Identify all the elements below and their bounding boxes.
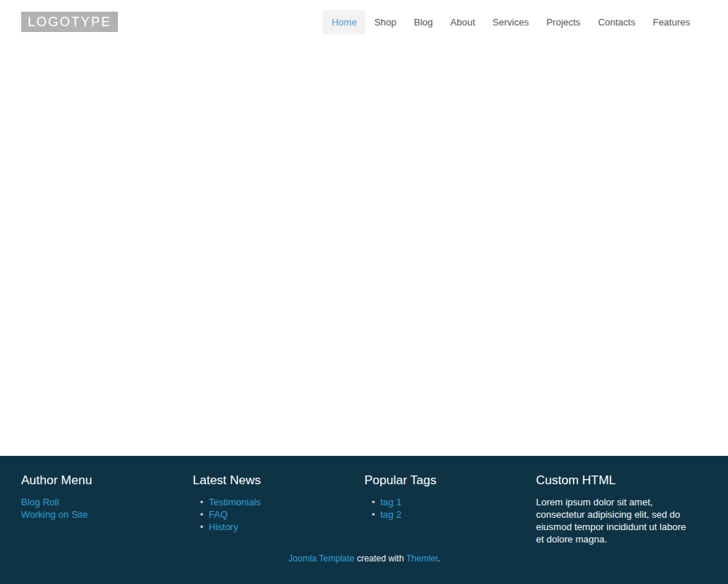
site-header: LOGOTYPE Home Shop Blog About Services P… (0, 0, 728, 44)
footer-heading-latest-news: Latest News (193, 474, 346, 488)
credit-text: created with (355, 553, 406, 564)
footer-credit: Joomla Template created with Themler. (21, 554, 708, 584)
nav-item-blog[interactable]: Blog (405, 10, 442, 34)
nav-item-shop[interactable]: Shop (365, 10, 405, 34)
nav-item-services[interactable]: Services (484, 10, 538, 34)
footer-link-tag-2[interactable]: tag 2 (381, 509, 402, 520)
popular-tags-list: tag 1 tag 2 (365, 496, 518, 521)
footer-col-custom-html: Custom HTML Lorem ipsum dolor sit amet, … (536, 474, 708, 545)
footer-link-history[interactable]: History (209, 521, 238, 532)
site-footer: Author Menu Blog Roll Working on Site La… (0, 456, 728, 584)
footer-link-working-on-site[interactable]: Working on Site (21, 509, 88, 520)
custom-html-text: Lorem ipsum dolor sit amet, consectetur … (536, 496, 689, 545)
list-item: tag 2 (365, 508, 518, 521)
list-item: FAQ (193, 508, 346, 521)
page: { "theme": { "footer_bg": "#0e3345", "li… (0, 0, 728, 584)
joomla-template-link[interactable]: Joomla Template (288, 553, 355, 564)
footer-link-faq[interactable]: FAQ (209, 509, 228, 520)
footer-link-blog-roll[interactable]: Blog Roll (21, 497, 59, 508)
footer-col-popular-tags: Popular Tags tag 1 tag 2 (365, 474, 537, 545)
list-item: History (193, 521, 346, 533)
footer-col-latest-news: Latest News Testimonials FAQ History (193, 474, 365, 545)
nav-item-projects[interactable]: Projects (537, 10, 589, 34)
footer-heading-author-menu: Author Menu (21, 474, 174, 488)
main-content (0, 44, 728, 456)
footer-link-testimonials[interactable]: Testimonials (209, 497, 261, 508)
footer-link-tag-1[interactable]: tag 1 (381, 497, 402, 508)
nav-item-features[interactable]: Features (644, 10, 699, 34)
list-item: Blog Roll (21, 496, 174, 508)
themler-link[interactable]: Themler (406, 553, 438, 564)
nav-item-contacts[interactable]: Contacts (589, 10, 644, 34)
footer-columns: Author Menu Blog Roll Working on Site La… (21, 474, 708, 545)
credit-period: . (438, 553, 440, 564)
main-nav: Home Shop Blog About Services Projects C… (323, 10, 699, 34)
latest-news-list: Testimonials FAQ History (193, 496, 346, 533)
logo: LOGOTYPE (21, 12, 118, 32)
footer-heading-custom-html: Custom HTML (536, 474, 689, 488)
nav-item-home[interactable]: Home (323, 10, 365, 34)
list-item: Working on Site (21, 508, 174, 521)
author-menu-list: Blog Roll Working on Site (21, 496, 174, 521)
footer-heading-popular-tags: Popular Tags (365, 474, 518, 488)
nav-item-about[interactable]: About (442, 10, 484, 34)
list-item: tag 1 (365, 496, 518, 508)
footer-col-author-menu: Author Menu Blog Roll Working on Site (21, 474, 193, 545)
list-item: Testimonials (193, 496, 346, 508)
